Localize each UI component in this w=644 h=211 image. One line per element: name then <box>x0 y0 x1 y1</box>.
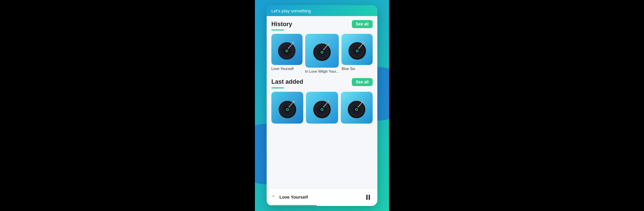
last-added-section-header: Last added See all <box>271 78 373 86</box>
last-added-album-3[interactable] <box>341 92 373 125</box>
svg-point-41 <box>321 109 323 110</box>
app-panel: Let's play something History See all <box>267 5 377 206</box>
last-added-album-1[interactable] <box>271 92 303 125</box>
svg-point-53 <box>358 106 359 108</box>
last-added-album-thumb-3 <box>341 92 373 124</box>
top-bar: Let's play something <box>267 5 377 16</box>
svg-point-7 <box>292 42 294 44</box>
last-added-see-all-button[interactable]: See all <box>352 78 373 86</box>
history-section-header: History See all <box>271 20 373 28</box>
last-added-album-2[interactable] <box>306 92 338 125</box>
progress-bar <box>267 205 317 206</box>
svg-point-8 <box>288 48 289 49</box>
svg-point-44 <box>323 106 324 108</box>
history-album-thumb-2 <box>305 34 339 68</box>
history-album-2[interactable]: In Love Witgh Your... <box>305 34 339 73</box>
history-album-3[interactable]: Blue Six <box>341 34 373 73</box>
history-album-label-2: In Love Witgh Your... <box>305 69 339 73</box>
vinyl-record-icon-3 <box>346 38 368 60</box>
history-underline <box>271 29 284 30</box>
svg-point-5 <box>286 50 287 52</box>
history-album-thumb-3 <box>341 34 373 65</box>
svg-point-50 <box>356 109 357 110</box>
history-album-1[interactable]: Love Yourself <box>271 34 303 73</box>
history-albums-row: Love Yourself <box>271 34 373 73</box>
svg-point-16 <box>327 43 329 45</box>
history-title: History <box>271 21 292 28</box>
content-scroll: History See all <box>267 16 377 188</box>
svg-point-52 <box>362 100 364 102</box>
player-track-title: Love Yourself <box>279 195 363 200</box>
svg-point-17 <box>323 49 324 50</box>
pause-bar-right <box>369 195 370 200</box>
last-added-albums-row <box>271 92 373 125</box>
top-bar-text: Let's play something <box>271 8 311 13</box>
vinyl-record-icon-6 <box>345 97 368 119</box>
history-album-thumb-1 <box>271 34 303 65</box>
last-added-album-thumb-2 <box>306 92 338 124</box>
pause-button[interactable] <box>363 193 373 202</box>
outer-background: Let's play something History See all <box>255 0 389 211</box>
bottom-spacer <box>271 130 373 140</box>
history-see-all-button[interactable]: See all <box>352 20 373 28</box>
history-album-label-1: Love Yourself <box>271 67 303 71</box>
svg-point-25 <box>363 42 365 44</box>
history-album-label-3: Blue Six <box>341 67 373 71</box>
svg-point-43 <box>327 100 329 102</box>
last-added-underline <box>271 87 284 88</box>
svg-point-34 <box>293 100 295 102</box>
vinyl-record-icon-4 <box>276 97 299 119</box>
pause-icon <box>366 195 370 200</box>
svg-point-26 <box>358 48 360 49</box>
pause-bar-left <box>366 195 368 200</box>
bottom-player: ⌃ Love Yourself <box>267 188 377 206</box>
svg-point-32 <box>287 109 288 110</box>
svg-point-35 <box>288 106 290 108</box>
last-added-album-thumb-1 <box>271 92 303 124</box>
vinyl-record-icon-5 <box>311 97 333 119</box>
svg-point-14 <box>321 52 323 53</box>
chevron-up-icon[interactable]: ⌃ <box>271 195 275 200</box>
last-added-title: Last added <box>271 78 303 85</box>
svg-point-23 <box>357 50 358 52</box>
vinyl-record-icon-2 <box>311 40 333 62</box>
vinyl-record-icon-1 <box>276 38 298 60</box>
